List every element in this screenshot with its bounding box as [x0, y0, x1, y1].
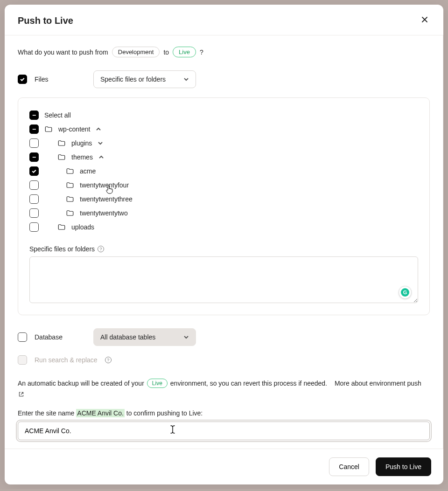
cancel-button[interactable]: Cancel — [329, 457, 369, 476]
uploads-checkbox[interactable] — [29, 222, 39, 232]
wp-content-checkbox[interactable]: − — [29, 124, 39, 134]
tree-select-all[interactable]: − Select all — [29, 108, 418, 122]
files-label: Files — [35, 76, 86, 83]
confirm-label: Enter the site name ACME Anvil Co. to co… — [18, 409, 430, 417]
search-replace-label: Run search & replace — [35, 356, 98, 364]
plugins-label: plugins — [71, 139, 92, 147]
specific-files-label: Specific files or folders ? — [29, 245, 418, 253]
chevron-up-icon[interactable] — [96, 126, 101, 132]
database-label: Database — [35, 333, 86, 341]
tt3-checkbox[interactable] — [29, 194, 39, 204]
specific-files-textarea[interactable] — [29, 256, 418, 303]
themes-label: themes — [71, 153, 93, 161]
folder-icon — [66, 181, 74, 189]
env-pill-live: Live — [147, 379, 168, 388]
tree-theme-acme[interactable]: acme — [29, 164, 418, 178]
tree-themes[interactable]: − themes — [29, 150, 418, 164]
tt3-label: twentytwentythree — [80, 195, 133, 203]
database-checkbox[interactable] — [18, 332, 27, 342]
files-row: Files Specific files or folders — [18, 70, 430, 88]
backup-info: An automatic backup will be created of y… — [18, 379, 430, 397]
env-pill-to: Live — [173, 47, 196, 57]
prompt-suffix: ? — [200, 48, 203, 56]
folder-icon — [57, 223, 66, 231]
push-to-live-button[interactable]: Push to Live — [376, 457, 431, 476]
files-checkbox[interactable] — [18, 75, 27, 84]
files-scope-select[interactable]: Specific files or folders — [93, 70, 196, 88]
tree-plugins[interactable]: plugins — [29, 136, 418, 150]
tt4-label: twentytwentyfour — [80, 181, 129, 189]
backup-post: environment, so you can revert this proc… — [170, 380, 327, 387]
push-to-live-modal: Push to Live What do you want to push fr… — [5, 5, 443, 484]
folder-icon — [66, 167, 74, 175]
tree-wp-content[interactable]: − wp-content — [29, 122, 418, 136]
database-scope-select[interactable]: All database tables — [93, 328, 196, 346]
tt4-checkbox[interactable] — [29, 180, 39, 190]
folder-icon — [66, 209, 74, 217]
chevron-down-icon — [183, 334, 189, 340]
select-all-label: Select all — [44, 111, 71, 119]
modal-body: What do you want to push from Developmen… — [5, 35, 443, 449]
database-scope-value: All database tables — [100, 333, 155, 341]
grammarly-icon[interactable]: G — [399, 286, 412, 299]
file-tree-panel: − Select all − wp-content plugins — [18, 97, 430, 315]
tt2-checkbox[interactable] — [29, 208, 39, 218]
acme-checkbox[interactable] — [29, 166, 39, 176]
modal-footer: Cancel Push to Live — [5, 449, 443, 484]
wp-content-label: wp-content — [58, 125, 90, 133]
modal-header: Push to Live — [5, 5, 443, 35]
help-icon[interactable]: ? — [105, 357, 112, 363]
chevron-up-icon[interactable] — [98, 154, 104, 160]
tree-theme-twentytwentyfour[interactable]: twentytwentyfour — [29, 178, 418, 192]
folder-icon — [57, 153, 66, 161]
chevron-down-icon — [183, 76, 189, 82]
folder-icon — [66, 195, 74, 203]
tt2-label: twentytwentytwo — [80, 209, 128, 217]
themes-checkbox[interactable]: − — [29, 152, 39, 162]
confirm-site-name-input[interactable] — [18, 422, 430, 440]
chevron-down-icon[interactable] — [98, 140, 103, 146]
tree-theme-twentytwentythree[interactable]: twentytwentythree — [29, 192, 418, 206]
acme-label: acme — [80, 167, 96, 175]
plugins-checkbox[interactable] — [29, 138, 39, 148]
modal-title: Push to Live — [18, 15, 73, 26]
file-tree: − Select all − wp-content plugins — [29, 108, 418, 234]
env-pill-from: Development — [112, 47, 160, 57]
tree-theme-twentytwentytwo[interactable]: twentytwentytwo — [29, 206, 418, 220]
prompt-mid: to — [163, 48, 169, 56]
folder-icon — [44, 125, 53, 133]
folder-icon — [57, 139, 66, 147]
backup-pre: An automatic backup will be created of y… — [18, 380, 144, 387]
more-about-push-link[interactable]: More about environment push — [335, 380, 421, 387]
files-scope-value: Specific files or folders — [100, 76, 166, 83]
help-icon[interactable]: ? — [98, 246, 104, 252]
tree-uploads[interactable]: uploads — [29, 220, 418, 234]
close-icon[interactable] — [419, 14, 430, 28]
uploads-label: uploads — [71, 223, 94, 231]
search-replace-row: Run search & replace ? — [18, 355, 430, 365]
external-link-icon — [18, 391, 24, 397]
select-all-checkbox[interactable]: − — [29, 111, 39, 120]
database-row: Database All database tables — [18, 328, 430, 346]
prompt-line: What do you want to push from Developmen… — [18, 47, 430, 57]
search-replace-checkbox — [18, 355, 27, 365]
site-name-highlight: ACME Anvil Co. — [76, 409, 125, 417]
prompt-prefix: What do you want to push from — [18, 48, 108, 56]
